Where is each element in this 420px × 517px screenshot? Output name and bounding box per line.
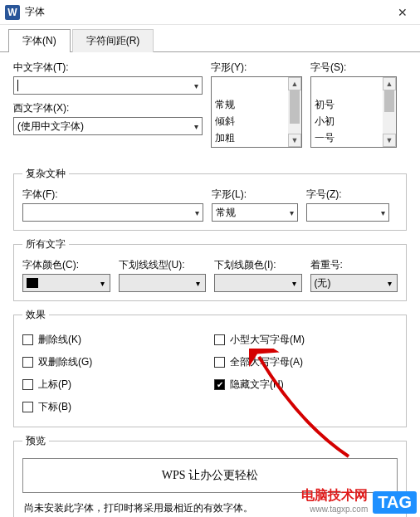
complex-font-label: 字体(F): bbox=[22, 188, 203, 202]
checkmark-icon: ✔ bbox=[214, 379, 225, 390]
superscript-checkbox[interactable]: 上标(P) bbox=[22, 378, 206, 392]
complex-size-label: 字号(Z): bbox=[306, 188, 389, 202]
font-style-label: 字形(Y): bbox=[211, 61, 302, 75]
preview-text: WPS 让办公更轻松 bbox=[162, 468, 258, 483]
watermark-tag: TAG bbox=[373, 491, 417, 514]
color-swatch-icon bbox=[27, 278, 38, 288]
font-color-label: 字体颜色(C): bbox=[22, 258, 110, 272]
font-style-listbox[interactable]: 常规 倾斜 加粗 ▲ ▼ bbox=[211, 76, 302, 148]
hidden-text-checkbox[interactable]: ✔隐藏文字(H) bbox=[214, 378, 398, 392]
small-caps-checkbox[interactable]: 小型大写字母(M) bbox=[214, 333, 398, 347]
complex-style-label: 字形(L): bbox=[212, 188, 298, 202]
english-font-value: (使用中文字体) bbox=[17, 119, 84, 134]
preview-legend: 预览 bbox=[22, 434, 49, 448]
font-size-listbox[interactable]: 初号 小初 一号 ▲ ▼ bbox=[310, 76, 397, 148]
all-text-group: 所有文字 字体颜色(C): ▾ 下划线线型(U): ▾ 下划线颜色(I): bbox=[13, 237, 407, 301]
chinese-font-label: 中文字体(T): bbox=[13, 61, 203, 75]
tab-bar: 字体(N) 字符间距(R) bbox=[0, 28, 420, 52]
scroll-down-icon[interactable]: ▼ bbox=[383, 134, 396, 147]
underline-color-label: 下划线颜色(I): bbox=[214, 258, 302, 272]
chevron-down-icon: ▾ bbox=[292, 279, 296, 288]
chevron-down-icon: ▾ bbox=[100, 279, 105, 288]
scroll-thumb[interactable] bbox=[290, 90, 300, 124]
chevron-down-icon: ▾ bbox=[194, 81, 198, 90]
double-strikethrough-checkbox[interactable]: 双删除线(G) bbox=[22, 355, 206, 369]
watermark-url: www.tagxp.com bbox=[301, 505, 368, 514]
emphasis-label: 着重号: bbox=[310, 258, 398, 272]
all-caps-checkbox[interactable]: 全部大写字母(A) bbox=[214, 355, 398, 369]
chinese-font-combo[interactable]: ▾ bbox=[13, 76, 203, 95]
complex-script-legend: 复杂文种 bbox=[22, 167, 69, 181]
scroll-up-icon[interactable]: ▲ bbox=[288, 77, 301, 90]
complex-font-combo[interactable]: ▾ bbox=[22, 203, 203, 222]
scroll-down-icon[interactable]: ▼ bbox=[288, 134, 301, 147]
font-size-label: 字号(S): bbox=[310, 61, 397, 75]
style-option[interactable]: 加粗 bbox=[215, 129, 298, 146]
scroll-thumb[interactable] bbox=[384, 90, 394, 112]
underline-style-dropdown[interactable]: ▾ bbox=[119, 274, 207, 292]
size-option[interactable]: 小初 bbox=[315, 113, 393, 129]
complex-size-combo[interactable]: ▾ bbox=[306, 203, 389, 222]
watermark-overlay: 电脑技术网 www.tagxp.com TAG bbox=[301, 487, 417, 514]
chevron-down-icon: ▾ bbox=[388, 279, 392, 288]
english-font-combo[interactable]: (使用中文字体) ▾ bbox=[13, 117, 203, 135]
all-text-legend: 所有文字 bbox=[22, 237, 69, 251]
size-option[interactable]: 初号 bbox=[315, 96, 393, 113]
title-bar: W 字体 ✕ bbox=[0, 0, 420, 25]
tab-spacing[interactable]: 字符间距(R) bbox=[72, 29, 154, 52]
effects-legend: 效果 bbox=[22, 308, 49, 322]
english-font-label: 西文字体(X): bbox=[13, 101, 203, 115]
complex-script-group: 复杂文种 字体(F): ▾ 字形(L): 常规 ▾ 字号(Z): bbox=[13, 167, 407, 231]
chevron-down-icon: ▾ bbox=[381, 208, 385, 217]
strikethrough-checkbox[interactable]: 删除线(K) bbox=[22, 333, 206, 347]
app-icon: W bbox=[5, 5, 20, 20]
complex-style-combo[interactable]: 常规 ▾ bbox=[212, 203, 298, 222]
size-option[interactable]: 一号 bbox=[315, 129, 393, 146]
emphasis-dropdown[interactable]: (无) ▾ bbox=[310, 274, 398, 292]
watermark-site: 电脑技术网 bbox=[301, 487, 368, 505]
underline-style-label: 下划线线型(U): bbox=[119, 258, 207, 272]
chinese-font-value bbox=[17, 80, 18, 91]
chevron-down-icon: ▾ bbox=[290, 208, 294, 217]
underline-color-dropdown[interactable]: ▾ bbox=[214, 274, 302, 292]
scrollbar[interactable]: ▲ ▼ bbox=[288, 77, 301, 147]
style-option[interactable]: 常规 bbox=[215, 96, 298, 113]
chevron-down-icon: ▾ bbox=[195, 208, 199, 217]
font-color-dropdown[interactable]: ▾ bbox=[22, 274, 110, 292]
subscript-checkbox[interactable]: 下标(B) bbox=[22, 400, 206, 414]
style-option[interactable]: 倾斜 bbox=[215, 113, 298, 129]
tab-font[interactable]: 字体(N) bbox=[8, 29, 71, 52]
scroll-up-icon[interactable]: ▲ bbox=[383, 77, 396, 90]
close-button[interactable]: ✕ bbox=[390, 0, 415, 25]
chevron-down-icon: ▾ bbox=[196, 279, 200, 288]
window-title: 字体 bbox=[25, 5, 390, 19]
chevron-down-icon: ▾ bbox=[194, 122, 198, 131]
scrollbar[interactable]: ▲ ▼ bbox=[383, 77, 396, 147]
effects-group: 效果 删除线(K) 双删除线(G) 上标(P) 下标(B) 小型大写字母(M) … bbox=[13, 308, 407, 427]
